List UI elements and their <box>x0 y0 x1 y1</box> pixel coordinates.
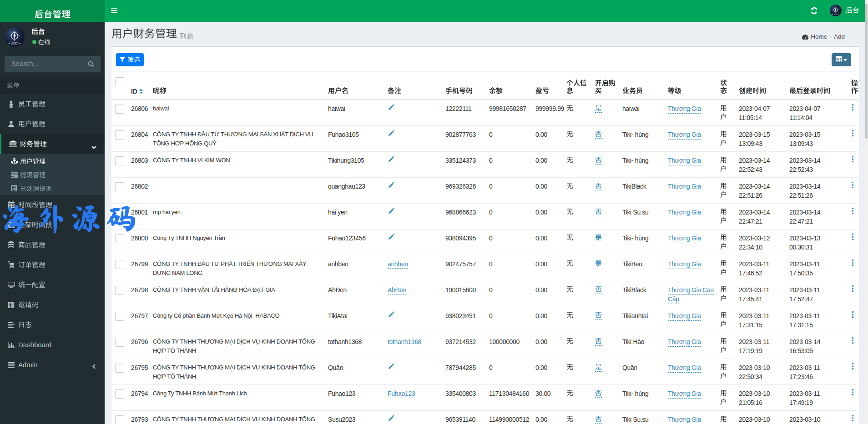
svg-text:✦ 2022 ✦: ✦ 2022 ✦ <box>8 42 22 45</box>
svg-text:✦ 2022 ✦: ✦ 2022 ✦ <box>832 14 840 15</box>
